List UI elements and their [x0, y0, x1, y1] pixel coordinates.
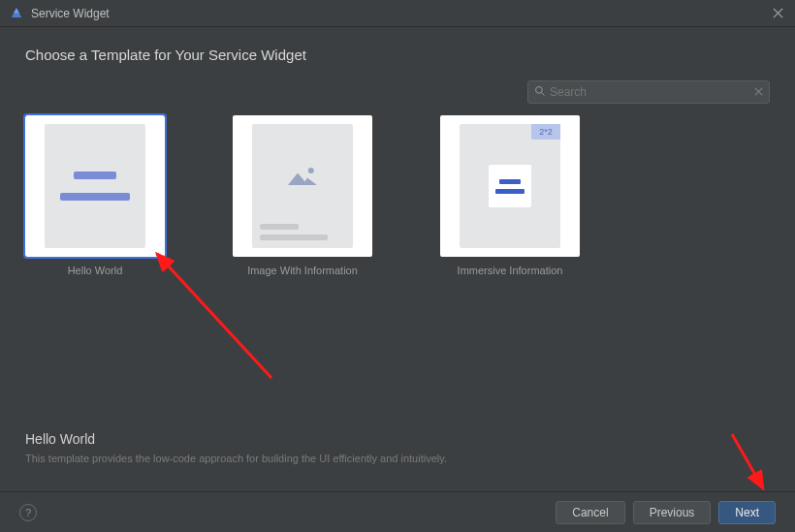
template-label: Immersive Information	[458, 265, 563, 276]
preview-line	[60, 193, 130, 201]
previous-button[interactable]: Previous	[633, 501, 712, 524]
template-label: Image With Information	[247, 265, 358, 276]
template-card-image-with-information[interactable]: Image With Information	[233, 115, 372, 276]
clear-search-icon[interactable]	[754, 85, 763, 99]
preview-line	[499, 179, 521, 184]
cancel-button[interactable]: Cancel	[556, 501, 624, 524]
selected-template-title: Hello World	[25, 431, 770, 447]
titlebar: Service Widget	[0, 0, 795, 27]
immersive-preview: 2*2	[460, 124, 560, 248]
search-icon	[534, 85, 546, 100]
app-logo-icon	[10, 7, 23, 20]
page-heading: Choose a Template for Your Service Widge…	[25, 47, 770, 63]
svg-point-0	[536, 86, 543, 93]
search-box[interactable]	[527, 80, 770, 104]
preview-line	[495, 189, 525, 194]
preview-panel	[489, 165, 531, 207]
svg-line-1	[542, 92, 545, 95]
preview-line	[260, 224, 299, 230]
close-icon[interactable]	[770, 6, 785, 21]
template-card-hello-world[interactable]: Hello World	[25, 115, 165, 276]
image-info-preview	[252, 124, 353, 248]
search-input[interactable]	[550, 85, 754, 99]
help-icon[interactable]: ?	[19, 504, 37, 521]
preview-line	[260, 235, 328, 240]
content-area: Choose a Template for Your Service Widge…	[0, 27, 795, 276]
footer: ? Cancel Previous Next	[0, 491, 795, 532]
description-block: Hello World This template provides the l…	[25, 431, 770, 464]
template-grid: Hello World Image With In	[25, 115, 770, 276]
preview-line	[74, 172, 116, 179]
template-card-immersive-information[interactable]: 2*2 Immersive Information	[440, 115, 580, 276]
hello-world-preview	[45, 124, 145, 248]
template-label: Hello World	[68, 265, 123, 276]
image-placeholder-icon	[260, 132, 345, 218]
next-button[interactable]: Next	[718, 501, 776, 524]
template-thumb	[25, 115, 165, 257]
size-badge: 2*2	[531, 124, 560, 140]
template-thumb	[233, 115, 372, 257]
svg-point-2	[308, 168, 314, 173]
template-thumb: 2*2	[440, 115, 580, 257]
search-row	[25, 80, 770, 104]
selected-template-description: This template provides the low-code appr…	[25, 453, 770, 464]
window-title: Service Widget	[31, 7, 770, 20]
